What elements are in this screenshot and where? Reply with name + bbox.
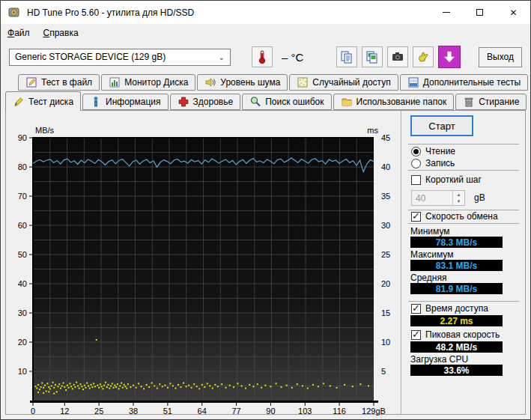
tab-error-scan[interactable]: Поиск ошибок (242, 94, 331, 110)
access-time-option[interactable]: Время доступа (411, 303, 488, 314)
temperature-readout: – °C (282, 51, 303, 64)
save-results-button[interactable] (438, 46, 461, 68)
svg-text:35: 35 (381, 192, 390, 201)
svg-text:90: 90 (18, 133, 27, 142)
transfer-rate-checkbox[interactable] (411, 212, 421, 222)
avg-value: 81.9 MB/s (410, 283, 503, 294)
svg-text:30: 30 (381, 221, 390, 230)
tab-random-access[interactable]: Случайный доступ (289, 74, 398, 91)
window-title: HD Tune Pro 5.60 - утилита для HD/SSD (27, 7, 429, 18)
svg-text:60: 60 (18, 221, 27, 230)
max-label: Максимум (410, 249, 453, 260)
health-cross-icon (177, 96, 189, 108)
svg-text:20: 20 (381, 279, 390, 288)
tab-disk-monitor[interactable]: Монитор Диска (101, 74, 195, 91)
maximize-button[interactable] (463, 1, 497, 24)
device-select[interactable]: Generic STORAGE DEVICE (129 gB) ⌄ (9, 49, 231, 66)
close-button[interactable]: ✕ (497, 1, 530, 24)
read-radio[interactable] (411, 147, 421, 156)
camera-icon (391, 50, 404, 64)
menu-help[interactable]: Справка (37, 25, 85, 40)
temperature-unit: °C (291, 51, 304, 64)
tab-noise-level[interactable]: Уровень шума (197, 74, 288, 91)
svg-text:25: 25 (381, 250, 390, 259)
controls-panel: Старт Чтение Запись Короткий шаг 40 ▲▼ g… (401, 111, 525, 414)
menu-file[interactable]: Файл (1, 25, 37, 40)
svg-text:10: 10 (381, 338, 390, 347)
svg-text:25: 25 (94, 407, 103, 416)
svg-text:80: 80 (18, 162, 27, 171)
svg-text:51: 51 (163, 407, 172, 416)
svg-text:30: 30 (18, 308, 27, 317)
info-icon (90, 96, 102, 108)
svg-text:5: 5 (381, 367, 386, 376)
svg-text:45: 45 (381, 133, 390, 142)
min-label: Минимум (410, 226, 450, 237)
separator (408, 301, 519, 302)
tab-folder-usage[interactable]: Использование папок (333, 94, 455, 110)
tab-erase[interactable]: Стирание (455, 94, 527, 110)
arrow-down-icon (443, 50, 456, 64)
random-dots-icon (297, 76, 309, 88)
temperature-value: – (282, 51, 288, 64)
toolbar: Generic STORAGE DEVICE (129 gB) ⌄ – °C (1, 41, 530, 73)
transfer-rate-option[interactable]: Скорость обмена (411, 211, 498, 222)
mode-read-option[interactable]: Чтение (411, 146, 455, 156)
stepper-arrows[interactable]: ▲▼ (452, 191, 464, 205)
benchmark-panel: 9080706050403020104540353025201510501225… (5, 110, 526, 415)
svg-text:38: 38 (129, 407, 138, 416)
cpu-usage-label: Загрузка CPU (410, 354, 468, 365)
max-value: 83.1 MB/s (410, 260, 503, 271)
benchmark-chart: 9080706050403020104540353025201510501225… (6, 111, 401, 414)
tab-row-secondary: Тест в файл Монитор Диска Уровень шума (1, 73, 530, 91)
short-stride-option[interactable]: Короткий шаг (411, 174, 482, 185)
svg-text:40: 40 (381, 162, 390, 171)
tab-disk-benchmark[interactable]: Тест диска (5, 91, 81, 111)
close-icon: ✕ (509, 7, 517, 18)
write-radio[interactable] (411, 159, 421, 168)
svg-text:77: 77 (231, 407, 240, 416)
stride-size-stepper[interactable]: 40 ▲▼ (411, 190, 465, 206)
temperature-button[interactable] (252, 46, 273, 67)
tab-file-benchmark[interactable]: Тест в файл (18, 74, 100, 91)
minimize-button[interactable] (429, 1, 463, 24)
stepper-down-icon[interactable]: ▼ (453, 198, 464, 206)
svg-text:15: 15 (381, 308, 390, 317)
short-stride-checkbox[interactable] (411, 175, 421, 185)
pen-file-icon (25, 76, 37, 88)
mode-write-option[interactable]: Запись (411, 158, 455, 168)
title-bar: HD Tune Pro 5.60 - утилита для HD/SSD ✕ (1, 1, 530, 24)
stepper-up-icon[interactable]: ▲ (453, 191, 464, 198)
tab-info[interactable]: Информация (82, 94, 168, 110)
minimize-icon (443, 12, 450, 13)
copy-text-button[interactable] (336, 46, 357, 67)
copy-image-icon (365, 50, 379, 64)
svg-text:MB/s: MB/s (35, 126, 55, 135)
grid-chart-icon (407, 76, 419, 88)
separator (408, 223, 519, 224)
copy-image-button[interactable] (362, 46, 383, 67)
exit-button[interactable]: Выход (479, 47, 522, 67)
toolbar-actions: Выход (336, 46, 522, 68)
pen-icon (13, 96, 25, 108)
access-time-checkbox[interactable] (411, 304, 421, 314)
stride-size-value: 40 (412, 191, 452, 205)
cpu-usage-value: 33.6% (410, 365, 503, 376)
tab-health[interactable]: Здоровье (170, 94, 241, 110)
tab-extra-tests[interactable]: Дополнительные тесты (400, 74, 528, 91)
hand-tool-button[interactable] (413, 46, 434, 67)
burst-rate-checkbox[interactable] (411, 330, 421, 340)
burst-rate-value: 48.2 MB/s (410, 341, 503, 353)
folder-icon (341, 96, 353, 108)
svg-text:50: 50 (18, 250, 27, 259)
device-select-value: Generic STORAGE DEVICE (129 gB) (15, 52, 166, 62)
app-window: HD Tune Pro 5.60 - утилита для HD/SSD ✕ … (0, 0, 531, 420)
svg-text:40: 40 (18, 279, 27, 288)
menu-bar: Файл Справка (1, 24, 530, 41)
svg-text:90: 90 (266, 407, 275, 416)
svg-text:116: 116 (333, 407, 346, 416)
start-button[interactable]: Старт (410, 115, 473, 136)
burst-rate-option[interactable]: Пиковая скорость (411, 329, 500, 340)
screenshot-button[interactable] (387, 46, 408, 67)
separator (408, 144, 519, 144)
